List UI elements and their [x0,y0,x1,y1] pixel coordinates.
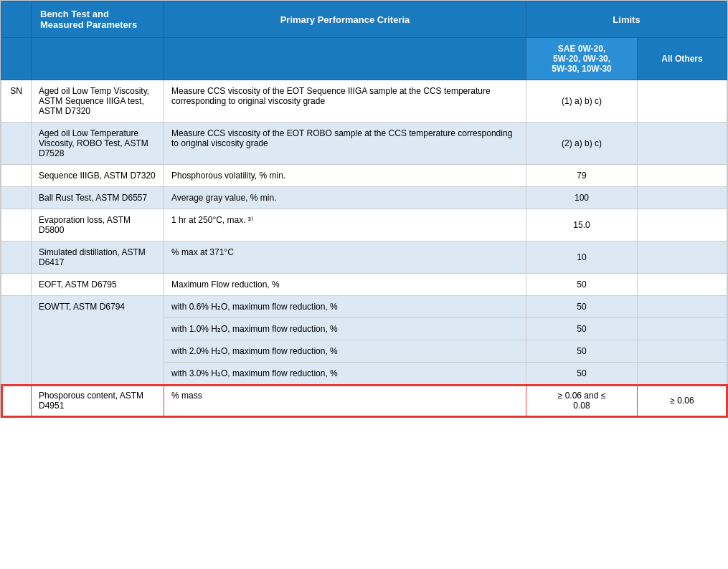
table-row: SNAged oil Low Temp Viscosity, ASTM Sequ… [1,80,727,123]
header-sn [1,1,32,38]
cell-sae-limit: (1) a) b) c) [526,80,638,123]
cell-sn [1,385,32,417]
cell-bench: Aged oil Low Temp Viscosity, ASTM Sequen… [32,80,164,123]
header-all-others: All Others [638,38,727,80]
cell-bench: Simulated distillation, ASTM D6417 [32,242,164,274]
cell-sn [1,187,32,209]
header-limits: Limits [526,1,727,38]
cell-primary: % max at 371°C [164,242,526,274]
table-body: SNAged oil Low Temp Viscosity, ASTM Sequ… [1,80,727,417]
cell-others-limit [638,363,727,385]
cell-bench: Evaporation loss, ASTM D5800 [32,209,164,242]
cell-primary: % mass [164,385,526,417]
cell-others-limit [638,80,727,123]
table-row: Evaporation loss, ASTM D58001 hr at 250°… [1,209,727,242]
cell-primary: 1 hr at 250°C, max. ³⁾ [164,209,526,242]
header-row-2: SAE 0W-20, 5W-20, 0W-30, 5W-30, 10W-30 A… [1,38,727,80]
cell-sn [1,123,32,165]
cell-primary: Measure CCS viscosity of the EOT Sequenc… [164,80,526,123]
cell-others-limit [638,318,727,340]
cell-sn [1,274,32,296]
cell-sae-limit: 15.0 [526,209,638,242]
cell-others-limit [638,209,727,242]
cell-others-limit [638,187,727,209]
header-sn-sub [1,38,32,80]
cell-sae-limit: 50 [526,274,638,296]
cell-sae-limit: ≥ 0.06 and ≤ 0.08 [526,385,638,417]
cell-others-limit [638,165,727,187]
main-table: Bench Test and Measured Parameters Prima… [1,1,727,417]
cell-primary: Phosphorous volatility, % min. [164,165,526,187]
cell-sn: SN [1,80,32,123]
cell-bench: EOWTT, ASTM D6794 [32,296,164,385]
cell-others-limit [638,123,727,165]
header-bench-sub [32,38,164,80]
table-row: Aged oil Low Temperature Viscosity, ROBO… [1,123,727,165]
cell-sae-limit: 50 [526,340,638,363]
cell-primary: Measure CCS viscosity of the EOT ROBO sa… [164,123,526,165]
header-sae: SAE 0W-20, 5W-20, 0W-30, 5W-30, 10W-30 [526,38,638,80]
cell-bench: Aged oil Low Temperature Viscosity, ROBO… [32,123,164,165]
cell-primary: with 3.0% H₂O, maximum flow reduction, % [164,363,526,385]
header-row-1: Bench Test and Measured Parameters Prima… [1,1,727,38]
cell-primary: Average gray value, % min. [164,187,526,209]
cell-sae-limit: 79 [526,165,638,187]
cell-bench: Sequence IIIGB, ASTM D7320 [32,165,164,187]
cell-others-limit [638,340,727,363]
table-row: EOWTT, ASTM D6794with 0.6% H₂O, maximum … [1,296,727,318]
cell-others-limit: ≥ 0.06 [638,385,727,417]
header-bench: Bench Test and Measured Parameters [32,1,164,38]
cell-sae-limit: 10 [526,242,638,274]
header-primary-sub [164,38,526,80]
cell-primary: with 0.6% H₂O, maximum flow reduction, % [164,296,526,318]
cell-others-limit [638,242,727,274]
cell-sae-limit: 50 [526,318,638,340]
cell-sn [1,209,32,242]
cell-others-limit [638,274,727,296]
cell-sn [1,165,32,187]
cell-sn [1,296,32,385]
table-row: Sequence IIIGB, ASTM D7320Phosphorous vo… [1,165,727,187]
cell-others-limit [638,296,727,318]
table-row: Phosporous content, ASTM D4951% mass≥ 0.… [1,385,727,417]
cell-sn [1,242,32,274]
cell-bench: Ball Rust Test, ASTM D6557 [32,187,164,209]
cell-bench: EOFT, ASTM D6795 [32,274,164,296]
table-row: Ball Rust Test, ASTM D6557Average gray v… [1,187,727,209]
cell-sae-limit: (2) a) b) c) [526,123,638,165]
header-primary: Primary Performance Criteria [164,1,526,38]
cell-bench: Phosporous content, ASTM D4951 [32,385,164,417]
cell-sae-limit: 50 [526,296,638,318]
cell-primary: with 1.0% H₂O, maximum flow reduction, % [164,318,526,340]
cell-sae-limit: 50 [526,363,638,385]
cell-primary: Maximum Flow reduction, % [164,274,526,296]
cell-primary: with 2.0% H₂O, maximum flow reduction, % [164,340,526,363]
table-row: Simulated distillation, ASTM D6417% max … [1,242,727,274]
table-row: EOFT, ASTM D6795Maximum Flow reduction, … [1,274,727,296]
cell-sae-limit: 100 [526,187,638,209]
